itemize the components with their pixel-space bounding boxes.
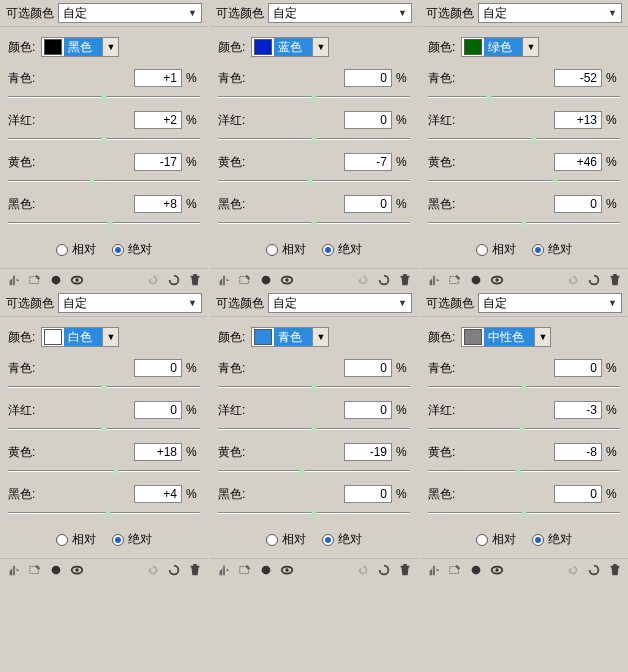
- cyan-value[interactable]: [134, 69, 182, 87]
- black-value[interactable]: [134, 485, 182, 503]
- cyan-slider[interactable]: [8, 91, 200, 103]
- magenta-slider[interactable]: [8, 133, 200, 145]
- absolute-radio[interactable]: 绝对: [532, 531, 572, 548]
- yellow-value[interactable]: [554, 443, 602, 461]
- trash-icon[interactable]: [397, 562, 412, 577]
- color-dropdown[interactable]: 中性色 ▼: [461, 327, 551, 347]
- reset-icon[interactable]: [586, 562, 601, 577]
- cyan-value[interactable]: [134, 359, 182, 377]
- black-slider[interactable]: [8, 217, 200, 229]
- relative-radio[interactable]: 相对: [476, 241, 516, 258]
- black-slider[interactable]: [218, 507, 410, 519]
- previous-icon[interactable]: [355, 272, 370, 287]
- chevron-down-icon[interactable]: ▼: [312, 328, 328, 346]
- magenta-value[interactable]: [134, 111, 182, 129]
- mask-icon[interactable]: [48, 272, 63, 287]
- trash-icon[interactable]: [187, 562, 202, 577]
- mask-icon[interactable]: [258, 272, 273, 287]
- absolute-radio[interactable]: 绝对: [532, 241, 572, 258]
- chevron-down-icon[interactable]: ▼: [102, 38, 118, 56]
- cyan-value[interactable]: [344, 359, 392, 377]
- black-slider[interactable]: [218, 217, 410, 229]
- cyan-value[interactable]: [554, 69, 602, 87]
- color-dropdown[interactable]: 青色 ▼: [251, 327, 329, 347]
- magenta-slider[interactable]: [218, 423, 410, 435]
- hand-icon[interactable]: [426, 272, 441, 287]
- magenta-value[interactable]: [554, 111, 602, 129]
- reset-icon[interactable]: [376, 562, 391, 577]
- absolute-radio[interactable]: 绝对: [112, 531, 152, 548]
- yellow-value[interactable]: [554, 153, 602, 171]
- black-value[interactable]: [554, 485, 602, 503]
- hand-icon[interactable]: [216, 272, 231, 287]
- chevron-down-icon[interactable]: ▼: [312, 38, 328, 56]
- cyan-slider[interactable]: [218, 381, 410, 393]
- mask-icon[interactable]: [468, 562, 483, 577]
- preset-dropdown[interactable]: 自定 ▼: [58, 293, 202, 313]
- yellow-slider[interactable]: [218, 465, 410, 477]
- cyan-slider[interactable]: [218, 91, 410, 103]
- cyan-slider[interactable]: [428, 381, 620, 393]
- black-slider[interactable]: [8, 507, 200, 519]
- magenta-slider[interactable]: [218, 133, 410, 145]
- preset-dropdown[interactable]: 自定 ▼: [268, 293, 412, 313]
- hand-icon[interactable]: [426, 562, 441, 577]
- clip-icon[interactable]: [237, 272, 252, 287]
- yellow-value[interactable]: [134, 153, 182, 171]
- yellow-slider[interactable]: [8, 175, 200, 187]
- previous-icon[interactable]: [565, 562, 580, 577]
- relative-radio[interactable]: 相对: [56, 531, 96, 548]
- visibility-icon[interactable]: [279, 272, 294, 287]
- yellow-slider[interactable]: [428, 175, 620, 187]
- black-slider[interactable]: [428, 217, 620, 229]
- cyan-slider[interactable]: [428, 91, 620, 103]
- absolute-radio[interactable]: 绝对: [322, 531, 362, 548]
- magenta-value[interactable]: [344, 401, 392, 419]
- color-dropdown[interactable]: 白色 ▼: [41, 327, 119, 347]
- reset-icon[interactable]: [166, 272, 181, 287]
- clip-icon[interactable]: [27, 562, 42, 577]
- yellow-value[interactable]: [344, 153, 392, 171]
- color-dropdown[interactable]: 黑色 ▼: [41, 37, 119, 57]
- trash-icon[interactable]: [607, 562, 622, 577]
- black-value[interactable]: [134, 195, 182, 213]
- clip-icon[interactable]: [27, 272, 42, 287]
- cyan-value[interactable]: [344, 69, 392, 87]
- color-dropdown[interactable]: 绿色 ▼: [461, 37, 539, 57]
- cyan-slider[interactable]: [8, 381, 200, 393]
- reset-icon[interactable]: [376, 272, 391, 287]
- magenta-slider[interactable]: [428, 423, 620, 435]
- relative-radio[interactable]: 相对: [266, 531, 306, 548]
- clip-icon[interactable]: [237, 562, 252, 577]
- mask-icon[interactable]: [48, 562, 63, 577]
- hand-icon[interactable]: [216, 562, 231, 577]
- black-value[interactable]: [554, 195, 602, 213]
- mask-icon[interactable]: [258, 562, 273, 577]
- trash-icon[interactable]: [607, 272, 622, 287]
- yellow-slider[interactable]: [428, 465, 620, 477]
- preset-dropdown[interactable]: 自定 ▼: [478, 3, 622, 23]
- relative-radio[interactable]: 相对: [266, 241, 306, 258]
- visibility-icon[interactable]: [489, 272, 504, 287]
- clip-icon[interactable]: [447, 562, 462, 577]
- yellow-value[interactable]: [134, 443, 182, 461]
- previous-icon[interactable]: [145, 272, 160, 287]
- magenta-value[interactable]: [554, 401, 602, 419]
- magenta-slider[interactable]: [8, 423, 200, 435]
- preset-dropdown[interactable]: 自定 ▼: [58, 3, 202, 23]
- visibility-icon[interactable]: [279, 562, 294, 577]
- reset-icon[interactable]: [166, 562, 181, 577]
- visibility-icon[interactable]: [69, 272, 84, 287]
- black-value[interactable]: [344, 195, 392, 213]
- color-dropdown[interactable]: 蓝色 ▼: [251, 37, 329, 57]
- previous-icon[interactable]: [145, 562, 160, 577]
- reset-icon[interactable]: [586, 272, 601, 287]
- cyan-value[interactable]: [554, 359, 602, 377]
- relative-radio[interactable]: 相对: [56, 241, 96, 258]
- magenta-value[interactable]: [134, 401, 182, 419]
- magenta-value[interactable]: [344, 111, 392, 129]
- yellow-slider[interactable]: [8, 465, 200, 477]
- hand-icon[interactable]: [6, 562, 21, 577]
- visibility-icon[interactable]: [69, 562, 84, 577]
- trash-icon[interactable]: [397, 272, 412, 287]
